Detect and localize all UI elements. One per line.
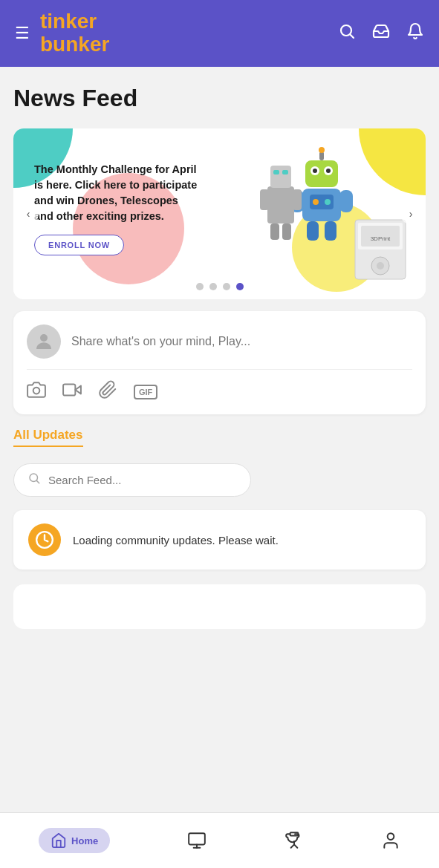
search-input[interactable] bbox=[48, 474, 237, 486]
section-title: All Updates bbox=[13, 428, 83, 447]
post-input-row bbox=[27, 324, 412, 370]
svg-text:3DPrint: 3DPrint bbox=[371, 235, 391, 242]
search-bar bbox=[13, 463, 251, 497]
search-bar-icon bbox=[27, 471, 41, 489]
svg-marker-33 bbox=[75, 386, 81, 394]
inbox-icon[interactable] bbox=[372, 22, 390, 45]
loading-icon-wrap bbox=[28, 523, 61, 556]
post-actions: GIF bbox=[27, 380, 412, 404]
banner-illustration: 3DPrint bbox=[232, 143, 418, 284]
svg-point-43 bbox=[388, 833, 394, 840]
svg-rect-19 bbox=[273, 170, 279, 174]
post-input[interactable] bbox=[71, 335, 412, 348]
svg-point-31 bbox=[40, 334, 48, 342]
nav-item-profile[interactable] bbox=[381, 831, 400, 850]
attachment-icon[interactable] bbox=[98, 380, 117, 404]
svg-rect-18 bbox=[270, 166, 291, 188]
bottom-nav: Home bbox=[0, 812, 439, 868]
svg-point-30 bbox=[377, 262, 384, 270]
carousel-dot-4[interactable] bbox=[236, 283, 244, 290]
carousel-dot-2[interactable] bbox=[209, 283, 217, 290]
nav-item-learn[interactable] bbox=[187, 831, 207, 850]
svg-rect-14 bbox=[339, 190, 353, 212]
header-left: ☰ tinker bunker bbox=[15, 10, 109, 56]
svg-rect-23 bbox=[270, 223, 279, 240]
svg-point-32 bbox=[33, 388, 40, 394]
search-icon[interactable] bbox=[338, 22, 356, 45]
banner-text-block: The Monthly Challenge for April is here.… bbox=[34, 162, 198, 255]
svg-rect-24 bbox=[282, 223, 291, 240]
svg-rect-20 bbox=[282, 170, 288, 174]
carousel-dot-1[interactable] bbox=[196, 283, 204, 290]
svg-line-36 bbox=[36, 480, 39, 483]
svg-line-1 bbox=[351, 35, 354, 39]
main-content: News Feed The Monthly Challenge for Apri… bbox=[0, 67, 439, 703]
svg-point-5 bbox=[313, 169, 317, 173]
bell-icon[interactable] bbox=[406, 22, 424, 45]
logo[interactable]: tinker bunker bbox=[40, 10, 109, 56]
svg-rect-21 bbox=[260, 189, 269, 210]
svg-rect-34 bbox=[63, 384, 75, 395]
svg-point-11 bbox=[313, 199, 319, 205]
svg-rect-2 bbox=[305, 160, 338, 187]
svg-rect-17 bbox=[267, 186, 294, 223]
hamburger-icon[interactable]: ☰ bbox=[15, 24, 30, 43]
svg-point-6 bbox=[326, 169, 331, 173]
enroll-button[interactable]: ENROLL NOW bbox=[34, 235, 124, 255]
camera-icon[interactable] bbox=[27, 380, 46, 404]
carousel-arrow-left[interactable]: ‹ bbox=[18, 203, 39, 224]
svg-rect-16 bbox=[325, 221, 336, 241]
video-icon[interactable] bbox=[62, 380, 82, 404]
user-avatar bbox=[27, 324, 61, 359]
nav-home-label: Home bbox=[71, 835, 98, 846]
nav-item-trophy[interactable] bbox=[284, 831, 304, 850]
loading-box: Loading community updates. Please wait. bbox=[13, 510, 426, 570]
gif-button[interactable]: GIF bbox=[134, 385, 157, 399]
carousel-arrow-right[interactable]: › bbox=[400, 203, 421, 224]
carousel-dot-3[interactable] bbox=[223, 283, 230, 290]
svg-rect-15 bbox=[307, 221, 319, 241]
svg-point-12 bbox=[325, 199, 331, 205]
page-title: News Feed bbox=[13, 85, 426, 112]
carousel-dots bbox=[196, 283, 244, 290]
nav-item-home[interactable]: Home bbox=[39, 828, 110, 853]
svg-rect-38 bbox=[189, 833, 206, 844]
bottom-card-stub bbox=[13, 584, 426, 629]
header-right bbox=[338, 22, 424, 45]
header: ☰ tinker bunker bbox=[0, 0, 439, 67]
svg-point-8 bbox=[319, 147, 325, 153]
section-title-row: All Updates bbox=[13, 428, 426, 459]
svg-rect-22 bbox=[293, 189, 302, 210]
banner-description: The Monthly Challenge for April is here.… bbox=[34, 162, 198, 224]
banner-carousel: The Monthly Challenge for April is here.… bbox=[13, 128, 426, 299]
loading-text: Loading community updates. Please wait. bbox=[73, 534, 279, 546]
post-box: GIF bbox=[13, 311, 426, 414]
